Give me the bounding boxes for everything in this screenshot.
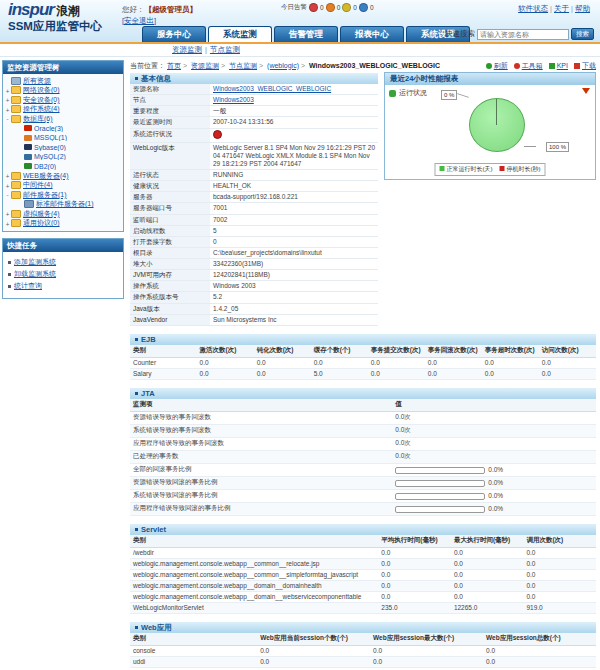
breadcrumb-node[interactable]: 节点监测 — [229, 62, 257, 69]
tab-system-monitor[interactable]: 系统监测 — [208, 26, 272, 42]
help-link[interactable]: 帮助 — [575, 4, 590, 13]
info-row: JavaVendorSun Microsystems Inc — [130, 314, 378, 325]
logout-link[interactable]: [安全退出] — [122, 16, 156, 25]
tree-item-label: MSSQL(1) — [34, 134, 67, 141]
column-header: 类别 — [130, 535, 378, 548]
tree-item-label: 安全设备(0) — [23, 95, 60, 105]
tree-item[interactable]: +通用协议(0) — [4, 219, 122, 229]
task-item: 统计查询 — [8, 280, 118, 292]
info-label: 操作系统 — [130, 281, 210, 292]
info-link[interactable]: Windows2003 — [213, 96, 254, 103]
separator: | — [205, 45, 207, 54]
breadcrumb-resource[interactable]: 资源监测 — [191, 62, 219, 69]
separator: > — [259, 62, 263, 69]
bullet-icon — [8, 273, 11, 276]
breadcrumb-weblogic[interactable]: (weblogic) — [267, 62, 299, 69]
alert-major-icon[interactable] — [326, 3, 335, 12]
toggle-icon[interactable]: + — [4, 182, 11, 189]
add-monitor-link[interactable]: 添加监测系统 — [14, 257, 56, 267]
search-label: 快速搜索 — [445, 29, 475, 39]
tree-item[interactable]: Sybase(0) — [4, 143, 122, 153]
table-cell: 0.0 — [254, 357, 311, 368]
tree-item[interactable]: Oracle(3) — [4, 124, 122, 134]
toggle-icon[interactable]: - — [4, 191, 11, 198]
column-header: 事务回滚次数(次) — [425, 345, 482, 358]
tree-item[interactable]: -数据库(6) — [4, 114, 122, 124]
tree-item[interactable]: +网络设备(0) — [4, 86, 122, 96]
tree-item[interactable]: +WEB服务器(4) — [4, 171, 122, 181]
toolbox-action[interactable]: 工具箱 — [514, 61, 543, 71]
breadcrumb-bar: 当前位置： 首页> 资源监测> 节点监测> (weblogic)> Window… — [130, 59, 596, 72]
tab-service-center[interactable]: 服务中心 — [142, 26, 206, 42]
tree-item[interactable]: MSSQL(1) — [4, 133, 122, 143]
table-cell: 0.0 — [378, 558, 451, 569]
info-value: 1.4.2_05 — [210, 303, 378, 314]
filter-icon[interactable] — [582, 88, 590, 94]
table-cell: weblogic.management.console.webapp__comm… — [130, 569, 378, 580]
remove-monitor-link[interactable]: 卸载监测系统 — [14, 269, 56, 279]
column-header: 调用次数(次) — [523, 535, 596, 548]
mail-icon — [24, 200, 34, 208]
tree-item[interactable]: MySQL(2) — [4, 152, 122, 162]
app-header: inspur浪潮 SSM应用监管中心 您好：【超级管理员】 [安全退出] 今日告… — [0, 0, 600, 44]
toggle-icon[interactable]: + — [4, 96, 11, 103]
info-label: 堆大小 — [130, 259, 210, 270]
search-input[interactable] — [477, 29, 569, 40]
breadcrumb-current: Windows2003_WEBLOGIC_WEBLOGIC — [309, 62, 440, 69]
table-row: weblogic.management.console.webapp__doma… — [130, 591, 596, 602]
info-value: 0.0次 — [392, 450, 596, 463]
alert-info-icon[interactable] — [359, 3, 368, 12]
info-label: 最近监测时间 — [130, 117, 210, 128]
tab-report-center[interactable]: 报表中心 — [340, 26, 404, 42]
toggle-icon[interactable]: - — [4, 115, 11, 122]
table-row: weblogic.management.console.webapp__comm… — [130, 569, 596, 580]
about-link[interactable]: 关于 — [554, 4, 569, 13]
tab-alert-management[interactable]: 告警管理 — [274, 26, 338, 42]
tree-item[interactable]: +操作系统(4) — [4, 105, 122, 115]
servlet-title: Servlet — [130, 523, 596, 535]
tree-item[interactable]: +虚拟服务(4) — [4, 209, 122, 219]
toggle-icon[interactable]: + — [4, 106, 11, 113]
legend-normal-icon — [440, 166, 445, 171]
table-cell: 0.0 — [451, 580, 524, 591]
kpi-action[interactable]: KPI — [549, 62, 568, 69]
table-row: /webdir0.00.00.0 — [130, 547, 596, 558]
column-header: 类别 — [130, 345, 197, 358]
subnav-node-monitor[interactable]: 节点监测 — [210, 45, 240, 54]
tree-item[interactable]: 标准邮件服务器(1) — [4, 200, 122, 210]
download-action[interactable]: 下载 — [574, 61, 596, 71]
toggle-icon[interactable]: + — [4, 87, 11, 94]
column-header: 平均执行时间(毫秒) — [378, 535, 451, 548]
software-status-link[interactable]: 软件状态 — [518, 4, 548, 13]
search-button[interactable]: 搜索 — [571, 28, 594, 40]
tree-item[interactable]: DB2(0) — [4, 162, 122, 172]
breadcrumb-home[interactable]: 首页 — [167, 62, 181, 69]
toggle-icon[interactable]: + — [4, 210, 11, 217]
greeting-label: 您好： — [122, 5, 145, 14]
alert-critical-icon[interactable] — [309, 3, 318, 12]
quick-tasks-title: 快捷任务 — [3, 239, 123, 252]
tree-item[interactable]: +安全设备(0) — [4, 95, 122, 105]
table-cell: 0.0 — [482, 357, 539, 368]
servlet-table: 类别平均执行时间(毫秒)最大执行时间(毫秒)调用次数(次)/webdir0.00… — [130, 535, 596, 614]
stats-query-link[interactable]: 统计查询 — [14, 281, 42, 291]
page-actions: 刷新 工具箱 KPI 下载 — [486, 61, 596, 71]
resource-tree-panel: 监控资源管理树 所有资源+网络设备(0)+安全设备(0)+操作系统(4)-数据库… — [2, 60, 124, 232]
info-row: 最近监测时间2007-10-24 13:31:56 — [130, 117, 378, 128]
tree-item[interactable]: -邮件服务器(1) — [4, 190, 122, 200]
mysql-icon — [24, 154, 32, 160]
info-link[interactable]: Windows2003_WEBLOGIC_WEBLOGIC — [213, 85, 331, 92]
info-row: 运行状态RUNNING — [130, 170, 378, 181]
alert-minor-icon[interactable] — [342, 3, 351, 12]
tree-item[interactable]: +中间件(4) — [4, 181, 122, 191]
refresh-action[interactable]: 刷新 — [486, 61, 508, 71]
toggle-icon[interactable]: + — [4, 172, 11, 179]
info-row: 堆大小33422360(31MB) — [130, 259, 378, 270]
sidebar: 监控资源管理树 所有资源+网络设备(0)+安全设备(0)+操作系统(4)-数据库… — [0, 57, 126, 305]
subnav-resource-monitor[interactable]: 资源监测 — [172, 45, 202, 54]
tree-item[interactable]: 所有资源 — [4, 76, 122, 86]
info-row: 全部的回滚事务比例0.0% — [130, 463, 596, 476]
tree-item-label: Sybase(0) — [34, 144, 66, 151]
toggle-icon[interactable]: + — [4, 220, 11, 227]
column-header: 监测项 — [130, 399, 392, 412]
